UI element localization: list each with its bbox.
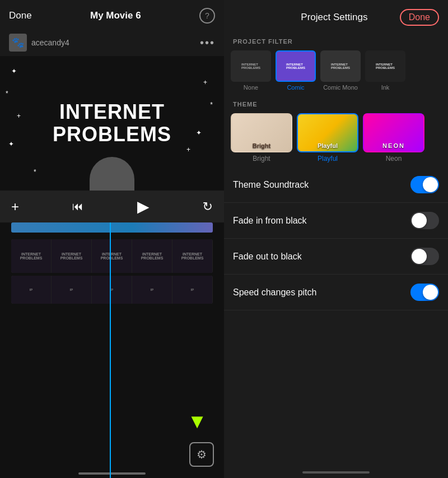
toggle-fade-out[interactable] <box>410 248 439 265</box>
theme-label-neon: Neon <box>386 155 402 163</box>
filmstrip-cell: INTERNETPROBLEMS <box>132 239 172 273</box>
left-panel: Done My Movie 6 ? 🐾 acecandy4 ••• ✦ * + … <box>0 0 224 478</box>
theme-label-bright: Bright <box>253 155 270 163</box>
audio-track <box>11 222 213 233</box>
home-indicator-right <box>224 471 448 478</box>
toggle-label-fade-out: Fade out to black <box>233 252 302 262</box>
star-9: * <box>34 168 36 176</box>
theme-label-playful: Playful <box>318 155 338 163</box>
theme-thumb-playful: Playful <box>297 113 358 152</box>
filmstrip-cell-2: IP <box>92 276 132 304</box>
filter-thumb-comic: INTERNETPROBLEMS <box>276 50 316 82</box>
theme-preview-label-bright: Bright <box>232 142 291 149</box>
filmstrip-cell-2: IP <box>52 276 92 304</box>
filmstrip-cell-2: IP <box>11 276 52 304</box>
filter-item-ink[interactable]: INTERNETPROBLEMS Ink <box>365 50 405 91</box>
toggle-knob-speed-pitch <box>423 285 438 300</box>
toggle-fade-in[interactable] <box>410 212 439 229</box>
settings-button[interactable]: ⚙ <box>189 442 214 467</box>
video-preview: ✦ * + ✦ + * ✦ + * INTERNET PROBLEMS <box>0 56 224 191</box>
star-1: ✦ <box>11 67 17 75</box>
home-indicator <box>78 472 146 475</box>
toggle-row-fade-in: Fade in from black <box>224 203 448 239</box>
add-button[interactable]: + <box>11 199 19 215</box>
filmstrip-cell: INTERNETPROBLEMS <box>92 239 132 273</box>
toggle-row-theme-soundtrack: Theme Soundtrack <box>224 167 448 203</box>
theme-preview-label-neon: NEON <box>364 142 423 149</box>
filter-preview-comic: INTERNETPROBLEMS <box>277 52 315 81</box>
star-6: * <box>210 101 213 109</box>
theme-item-bright[interactable]: Bright Bright <box>231 113 292 163</box>
filter-item-comicmono[interactable]: INTERNETPROBLEMS Comic Mono <box>320 50 361 91</box>
timeline-area[interactable]: INTERNETPROBLEMS INTERNETPROBLEMS INTERN… <box>0 222 224 478</box>
toggle-knob-fade-in <box>412 213 427 228</box>
undo-button[interactable]: ↺ <box>203 199 213 214</box>
avatar: 🐾 <box>9 34 27 52</box>
filter-thumb-comicmono: INTERNETPROBLEMS <box>320 50 361 82</box>
theme-item-playful[interactable]: Playful Playful <box>297 113 358 163</box>
filter-item-comic[interactable]: INTERNETPROBLEMS Comic <box>276 50 316 91</box>
help-button[interactable]: ? <box>199 8 215 24</box>
filter-item-none[interactable]: INTERNETPROBLEMS None <box>231 50 271 91</box>
filmstrip-cell: INTERNETPROBLEMS <box>11 239 52 273</box>
video-text-line2: PROBLEMS <box>53 123 171 146</box>
filter-thumb-ink: INTERNETPROBLEMS <box>365 50 405 82</box>
theme-scroll: Bright Bright Playful Playful NEON Neon <box>224 111 448 167</box>
filmstrip-cell: INTERNETPROBLEMS <box>172 239 213 273</box>
filmstrip-cell-2: IP <box>132 276 172 304</box>
left-header: Done My Movie 6 ? <box>0 0 224 31</box>
right-header: Project Settings Done <box>224 0 448 33</box>
star-3: + <box>17 112 21 120</box>
settings-icon: ⚙ <box>197 448 207 461</box>
home-bar <box>302 471 370 474</box>
movie-title: My Movie 6 <box>90 10 141 21</box>
theme-item-neon[interactable]: NEON Neon <box>363 113 424 163</box>
star-4: ✦ <box>8 140 14 148</box>
toggle-label-fade-in: Fade in from black <box>233 216 307 226</box>
video-content: INTERNET PROBLEMS <box>53 101 171 145</box>
settings-arrow: ▼ <box>187 410 207 433</box>
username: acecandy4 <box>27 38 200 47</box>
star-5: + <box>203 78 207 86</box>
filter-preview-comicmono: INTERNETPROBLEMS <box>321 52 360 81</box>
settings-done-button[interactable]: Done <box>400 9 439 26</box>
theme-thumb-neon: NEON <box>363 113 424 152</box>
filmstrip-primary: INTERNETPROBLEMS INTERNETPROBLEMS INTERN… <box>11 239 213 273</box>
filter-section-label: PROJECT FILTER <box>224 33 448 48</box>
filter-label-comic: Comic <box>287 84 304 91</box>
settings-title: Project Settings <box>269 12 400 23</box>
done-button[interactable]: Done <box>9 10 32 21</box>
filmstrip-secondary: IP IP IP IP IP <box>11 276 213 304</box>
right-panel: Project Settings Done PROJECT FILTER INT… <box>224 0 448 478</box>
person-silhouette <box>90 157 134 191</box>
filmstrip-cell-2: IP <box>172 276 213 304</box>
toggle-label-theme-soundtrack: Theme Soundtrack <box>233 180 309 190</box>
toggle-knob-fade-out <box>412 249 427 264</box>
filter-preview-none: INTERNETPROBLEMS <box>232 52 270 81</box>
filter-label-ink: Ink <box>381 84 390 91</box>
back-button[interactable]: ⏮ <box>72 200 83 213</box>
toggle-speed-pitch[interactable] <box>410 284 439 301</box>
playback-controls: + ⏮ ▶ ↺ <box>0 191 224 222</box>
toggle-row-speed-pitch: Speed changes pitch <box>224 275 448 310</box>
toggle-row-fade-out: Fade out to black <box>224 239 448 275</box>
filter-preview-ink: INTERNETPROBLEMS <box>366 52 404 81</box>
video-text-line1: INTERNET <box>53 101 171 123</box>
filter-label-none: None <box>244 84 258 91</box>
more-menu[interactable]: ••• <box>200 36 215 49</box>
toggle-label-speed-pitch: Speed changes pitch <box>233 287 316 298</box>
star-8: + <box>186 146 190 154</box>
theme-preview-label-playful: Playful <box>298 142 357 149</box>
toggle-theme-soundtrack[interactable] <box>410 176 439 193</box>
filter-scroll: INTERNETPROBLEMS None INTERNETPROBLEMS C… <box>224 48 448 95</box>
star-2: * <box>6 90 8 98</box>
filter-thumb-none: INTERNETPROBLEMS <box>231 50 271 82</box>
play-button[interactable]: ▶ <box>137 197 150 216</box>
user-row: 🐾 acecandy4 ••• <box>0 31 224 56</box>
filter-label-comicmono: Comic Mono <box>323 84 358 91</box>
theme-section-label: THEME <box>224 95 448 111</box>
help-icon: ? <box>205 11 209 20</box>
toggle-knob <box>423 177 438 192</box>
theme-thumb-bright: Bright <box>231 113 292 152</box>
timeline-cursor <box>110 222 111 478</box>
